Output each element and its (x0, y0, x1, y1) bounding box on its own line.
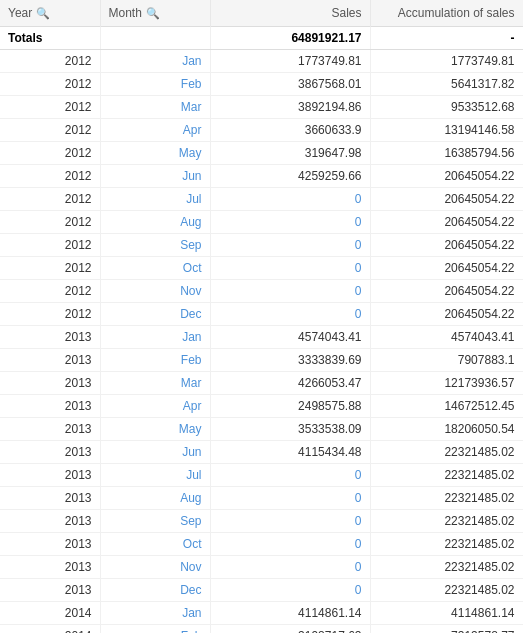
accumulation-header-label: Accumulation of sales (398, 6, 515, 20)
table-row: 2014Jan4114861.144114861.14 (0, 602, 523, 625)
accumulation-cell: 22321485.02 (370, 556, 523, 579)
month-cell: Nov (100, 556, 210, 579)
accumulation-cell: 16385794.56 (370, 142, 523, 165)
sales-cell: 4266053.47 (210, 372, 370, 395)
table-row: 2012Mar3892194.869533512.68 (0, 96, 523, 119)
month-cell: Apr (100, 119, 210, 142)
year-cell: 2013 (0, 441, 100, 464)
year-cell: 2013 (0, 579, 100, 602)
month-search-icon[interactable]: 🔍 (146, 7, 158, 19)
year-cell: 2013 (0, 326, 100, 349)
sales-cell: 3867568.01 (210, 73, 370, 96)
month-cell: Jan (100, 602, 210, 625)
table-row: 2013Mar4266053.4712173936.57 (0, 372, 523, 395)
table-row: 2012Dec020645054.22 (0, 303, 523, 326)
accumulation-cell: 22321485.02 (370, 533, 523, 556)
month-column-header: Month 🔍 (100, 0, 210, 27)
totals-month (100, 27, 210, 50)
accumulation-cell: 22321485.02 (370, 510, 523, 533)
month-cell: Jul (100, 464, 210, 487)
table-row: 2013Jun4115434.4822321485.02 (0, 441, 523, 464)
month-cell: May (100, 418, 210, 441)
month-cell: Oct (100, 257, 210, 280)
sales-column-header: Sales (210, 0, 370, 27)
month-cell: May (100, 142, 210, 165)
sales-cell: 0 (210, 464, 370, 487)
table-row: 2013Oct022321485.02 (0, 533, 523, 556)
accumulation-column-header: Accumulation of sales (370, 0, 523, 27)
accumulation-cell: 20645054.22 (370, 303, 523, 326)
year-column-header: Year 🔍 (0, 0, 100, 27)
month-cell: Sep (100, 234, 210, 257)
accumulation-cell: 20645054.22 (370, 211, 523, 234)
accumulation-cell: 22321485.02 (370, 464, 523, 487)
month-cell: Feb (100, 625, 210, 634)
accumulation-cell: 13194146.58 (370, 119, 523, 142)
year-cell: 2012 (0, 142, 100, 165)
month-cell: Mar (100, 96, 210, 119)
totals-accumulation: - (370, 27, 523, 50)
month-cell: Aug (100, 487, 210, 510)
month-cell: Nov (100, 280, 210, 303)
sales-cell: 0 (210, 280, 370, 303)
year-cell: 2012 (0, 119, 100, 142)
sales-cell: 0 (210, 303, 370, 326)
table-row: 2013Feb3333839.697907883.1 (0, 349, 523, 372)
month-cell: Sep (100, 510, 210, 533)
accumulation-cell: 14672512.45 (370, 395, 523, 418)
year-cell: 2012 (0, 188, 100, 211)
year-search-icon[interactable]: 🔍 (36, 7, 48, 19)
table-row: 2012Feb3867568.015641317.82 (0, 73, 523, 96)
header-row: Year 🔍 Month 🔍 Sales Accumulation of sal… (0, 0, 523, 27)
table-row: 2013Dec022321485.02 (0, 579, 523, 602)
month-cell: Apr (100, 395, 210, 418)
year-cell: 2014 (0, 602, 100, 625)
year-cell: 2012 (0, 165, 100, 188)
table-row: 2012Aug020645054.22 (0, 211, 523, 234)
accumulation-cell: 20645054.22 (370, 257, 523, 280)
sales-cell: 3198717.63 (210, 625, 370, 634)
month-cell: Jan (100, 50, 210, 73)
year-cell: 2012 (0, 50, 100, 73)
table-row: 2013Jan4574043.414574043.41 (0, 326, 523, 349)
accumulation-cell: 20645054.22 (370, 280, 523, 303)
year-header-label: Year (8, 6, 32, 20)
table-row: 2013Aug022321485.02 (0, 487, 523, 510)
accumulation-cell: 22321485.02 (370, 487, 523, 510)
sales-cell: 1773749.81 (210, 50, 370, 73)
year-cell: 2014 (0, 625, 100, 634)
month-cell: Jun (100, 165, 210, 188)
month-cell: Jun (100, 441, 210, 464)
month-cell: Feb (100, 73, 210, 96)
sales-cell: 0 (210, 211, 370, 234)
table-row: 2012Jan1773749.811773749.81 (0, 50, 523, 73)
year-cell: 2013 (0, 510, 100, 533)
sales-cell: 3533538.09 (210, 418, 370, 441)
sales-cell: 4115434.48 (210, 441, 370, 464)
table-row: 2012Oct020645054.22 (0, 257, 523, 280)
sales-cell: 2498575.88 (210, 395, 370, 418)
sales-cell: 319647.98 (210, 142, 370, 165)
year-cell: 2012 (0, 96, 100, 119)
accumulation-cell: 20645054.22 (370, 234, 523, 257)
year-cell: 2012 (0, 73, 100, 96)
sales-cell: 0 (210, 487, 370, 510)
accumulation-cell: 22321485.02 (370, 579, 523, 602)
table-row: 2013Apr2498575.8814672512.45 (0, 395, 523, 418)
sales-cell: 3892194.86 (210, 96, 370, 119)
sales-cell: 0 (210, 257, 370, 280)
table-row: 2012Sep020645054.22 (0, 234, 523, 257)
sales-cell: 3660633.9 (210, 119, 370, 142)
table-row: 2013Jul022321485.02 (0, 464, 523, 487)
totals-sales: 64891921.17 (210, 27, 370, 50)
totals-label: Totals (0, 27, 100, 50)
year-cell: 2013 (0, 418, 100, 441)
month-cell: Feb (100, 349, 210, 372)
year-cell: 2013 (0, 464, 100, 487)
month-cell: Dec (100, 303, 210, 326)
sales-cell: 3333839.69 (210, 349, 370, 372)
sales-header-label: Sales (331, 6, 361, 20)
month-cell: Jan (100, 326, 210, 349)
sales-cell: 0 (210, 533, 370, 556)
accumulation-cell: 12173936.57 (370, 372, 523, 395)
